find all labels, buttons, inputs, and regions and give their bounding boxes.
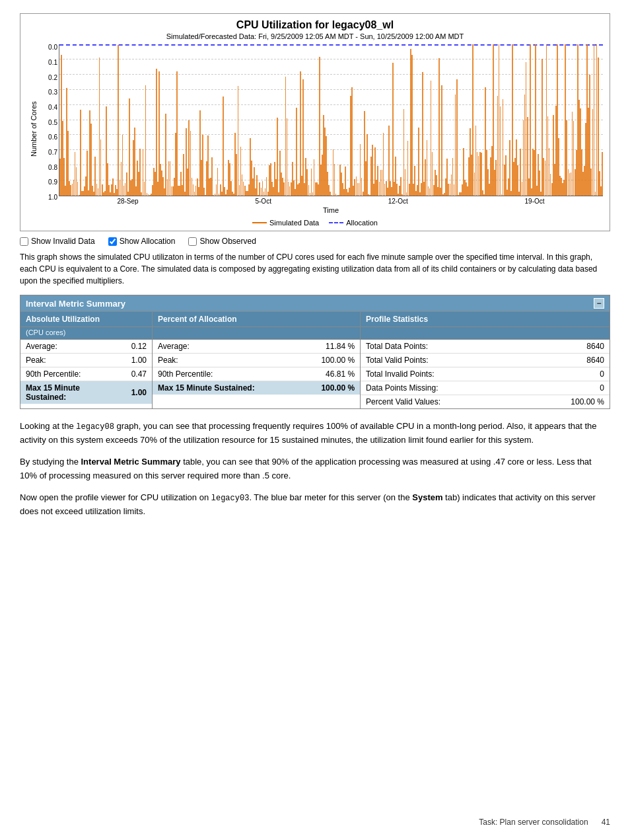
legend-allocation-label: Allocation	[346, 219, 378, 227]
body-paragraph-2: By studying the Interval Metric Summary …	[20, 455, 610, 483]
stat-row-4: Data Points Missing: 0	[361, 381, 610, 395]
chart-bar	[517, 165, 518, 196]
legend-allocation: Allocation	[329, 219, 378, 227]
chart-bar	[217, 168, 219, 196]
stat-value-4: 0	[565, 383, 604, 393]
chart-bar	[411, 55, 413, 196]
x-tick-4: 19-Oct	[525, 198, 545, 205]
stat-value-3: 0	[565, 369, 604, 379]
chart-bar	[238, 86, 239, 196]
stat-value-1: 8640	[565, 342, 604, 351]
abs-row-4: Max 15 Minute Sustained: 1.00	[20, 381, 152, 404]
legend-simulated-label: Simulated Data	[269, 219, 319, 227]
abs-value-2: 1.00	[120, 356, 147, 365]
pct-row-2: Peak: 100.00 %	[153, 354, 360, 367]
stat-label-4: Data Points Missing:	[366, 383, 565, 393]
x-tick-2: 5-Oct	[255, 198, 271, 205]
pct-value-2: 100.00 %	[308, 356, 355, 365]
x-tick-3: 12-Oct	[388, 198, 408, 205]
col3-subheader	[361, 327, 610, 340]
pct-row-4: Max 15 Minute Sustained: 100.00 %	[153, 381, 360, 395]
stat-value-2: 8640	[565, 356, 604, 365]
show-observed-checkbox[interactable]	[188, 237, 197, 246]
x-tick-1: 28-Sep	[117, 198, 138, 205]
show-invalid-label[interactable]: Show Invalid Data	[20, 237, 95, 246]
col2-subheader	[153, 327, 360, 340]
chart-description: This graph shows the simulated CPU utili…	[20, 251, 610, 287]
col-absolute: Absolute Utilization (CPU cores) Average…	[20, 312, 153, 408]
chart-bar	[296, 108, 297, 196]
chart-bar	[77, 182, 79, 196]
chart-bar	[500, 106, 501, 196]
chart-bar	[202, 135, 203, 196]
abs-row-3: 90th Percentile: 0.47	[20, 367, 152, 381]
chart-bar	[481, 153, 482, 196]
pct-row-1: Average: 11.84 %	[153, 340, 360, 354]
chart-title: CPU Utilization for legacy08_wl	[27, 19, 603, 31]
code-legacy03: legacy03	[211, 494, 250, 503]
legend-allocation-line	[329, 222, 343, 223]
abs-label-2: Peak:	[26, 356, 120, 365]
col1-subheader: (CPU cores)	[20, 327, 152, 340]
x-axis-title: Time	[59, 206, 603, 214]
chart-legend: Simulated Data Allocation	[27, 217, 603, 227]
pct-value-1: 11.84 %	[308, 342, 355, 351]
chart-bar	[400, 177, 402, 196]
col3-header: Profile Statistics	[361, 312, 610, 327]
show-allocation-label[interactable]: Show Allocation	[108, 237, 176, 246]
chart-bar	[351, 87, 353, 196]
chart-bar	[441, 85, 442, 196]
y-ticks: 1.00.90.80.7 0.60.50.40.3 0.20.10.0	[38, 44, 57, 201]
chart-bar	[211, 157, 213, 196]
show-allocation-text: Show Allocation	[120, 237, 176, 246]
show-invalid-checkbox[interactable]	[20, 237, 28, 246]
checkbox-row: Show Invalid Data Show Allocation Show O…	[20, 237, 610, 246]
chart-bar	[87, 151, 88, 196]
cpu-chart: CPU Utilization for legacy08_wl Simulate…	[20, 13, 610, 231]
plot-area	[59, 44, 603, 196]
stat-label-1: Total Data Points:	[366, 342, 565, 351]
legend-simulated: Simulated Data	[252, 219, 319, 227]
chart-bar	[156, 69, 157, 196]
pct-value-3: 46.81 %	[308, 369, 355, 379]
pct-label-2: Peak:	[158, 356, 308, 365]
chart-bar	[334, 164, 335, 196]
allocation-line	[59, 44, 603, 46]
chart-bar	[118, 45, 119, 196]
chart-bar	[392, 63, 394, 196]
chart-bar	[183, 154, 184, 196]
metric-summary-title: Interval Metric Summary	[26, 299, 125, 309]
abs-row-1: Average: 0.12	[20, 340, 152, 354]
collapse-button[interactable]: −	[594, 298, 604, 309]
show-observed-label[interactable]: Show Observed	[188, 237, 256, 246]
footer-task-label: Task: Plan server consolidation	[479, 818, 588, 827]
pct-value-4: 100.00 %	[308, 383, 355, 393]
chart-bar	[90, 124, 92, 196]
stat-label-3: Total Invalid Points:	[366, 369, 565, 379]
abs-value-4: 1.00	[120, 388, 147, 397]
chart-bar	[277, 118, 278, 196]
metric-summary: Interval Metric Summary − Absolute Utili…	[20, 295, 610, 409]
chart-bar	[256, 175, 258, 196]
col2-header: Percent of Allocation	[153, 312, 360, 327]
chart-bar	[456, 79, 458, 196]
chart-subtitle: Simulated/Forecasted Data: Fri, 9/25/200…	[27, 32, 603, 40]
abs-value-3: 0.47	[120, 369, 147, 379]
x-axis: 28-Sep 5-Oct 12-Oct 19-Oct	[59, 196, 603, 205]
col1-header: Absolute Utilization	[20, 312, 152, 327]
chart-bar	[145, 85, 147, 196]
chart-bar	[594, 44, 595, 196]
pct-label-4: Max 15 Minute Sustained:	[158, 383, 308, 393]
abs-label-3: 90th Percentile:	[26, 369, 120, 379]
chart-bar	[223, 96, 224, 196]
chart-bar	[139, 149, 141, 196]
body-paragraph-1: Looking at the legacy08 graph, you can s…	[20, 420, 610, 447]
pct-label-1: Average:	[158, 342, 308, 351]
stat-row-3: Total Invalid Points: 0	[361, 367, 610, 381]
show-allocation-checkbox[interactable]	[108, 237, 117, 246]
chart-bar	[176, 71, 178, 196]
stat-row-5: Percent Valid Values: 100.00 %	[361, 395, 610, 408]
chart-inner: 1.00.90.80.7 0.60.50.40.3 0.20.10.0 28-S…	[38, 44, 603, 214]
stat-label-2: Total Valid Points:	[366, 356, 565, 365]
col-profile: Profile Statistics Total Data Points: 86…	[361, 312, 610, 408]
